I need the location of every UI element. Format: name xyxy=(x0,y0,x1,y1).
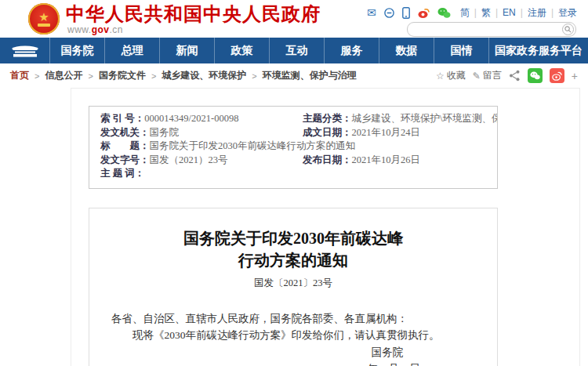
register-link[interactable]: 注册 xyxy=(528,6,546,20)
content-wrapper: 索 引 号：000014349/2021-00098 主题分类：城乡建设、环境保… xyxy=(71,88,580,366)
document-meta-table: 索 引 号：000014349/2021-00098 主题分类：城乡建设、环境保… xyxy=(89,106,498,189)
meta-label: 主 题 词： xyxy=(100,168,144,179)
meta-label: 发文机关： xyxy=(100,127,150,138)
signer: 国务院 xyxy=(111,344,475,361)
login-link[interactable]: 登录 xyxy=(558,6,577,20)
meta-title: 标 题：国务院关于印发2030年前碳达峰行动方案的通知 xyxy=(89,140,497,154)
site-url-prefix: www. xyxy=(67,24,92,35)
breadcrumb-separator: > xyxy=(151,71,156,81)
meta-subject-category: 主题分类：城乡建设、环境保护\环境监测、保护与治理 xyxy=(292,112,497,126)
recipients-line: 各省、自治区、直辖市人民政府，国务院各部委、各直属机构： xyxy=(111,310,475,327)
site-title: 中华人民共和国中央人民政府 xyxy=(66,2,321,27)
favorite-button[interactable]: ☆ 收藏 xyxy=(436,69,466,82)
breadcrumb-row: 首页 > 信息公开 > 国务院文件 > 城乡建设、环境保护 > 环境监测、保护与… xyxy=(0,63,588,88)
meta-publish-date: 发布日期：2021年10月26日 xyxy=(292,154,497,168)
meta-value: 国务院 xyxy=(150,127,180,138)
emblem-gate-icon xyxy=(38,24,50,27)
site-url: www.gov.cn xyxy=(67,24,123,35)
mobile-icon[interactable] xyxy=(402,7,410,19)
breadcrumb-home[interactable]: 首页 xyxy=(10,69,29,82)
more-share-button[interactable]: + xyxy=(572,70,578,82)
breadcrumb-state-council-docs[interactable]: 国务院文件 xyxy=(99,69,146,82)
site-url-gov: gov xyxy=(92,24,110,35)
divider: | xyxy=(551,7,554,18)
emblem-star-icon: ★ xyxy=(38,12,49,23)
document-number: 国发〔2021〕23号 xyxy=(111,277,475,290)
site-header: ★ 中华人民共和国中央人民政府 www.gov.cn ✉ 简|繁|EN|注册|登… xyxy=(0,0,588,38)
pencil-icon: ✎ xyxy=(473,71,481,82)
document-title-line2: 行动方案的通知 xyxy=(111,249,475,271)
search-box xyxy=(407,22,576,37)
body-paragraph: 现将《2030年前碳达峰行动方案》印发给你们，请认真贯彻执行。 xyxy=(111,327,475,343)
nav-item-national-conditions[interactable]: 国情 xyxy=(434,38,488,63)
meta-label: 发文字号： xyxy=(100,154,150,165)
nav-item-interaction[interactable]: 互动 xyxy=(269,38,324,63)
comment-button[interactable]: ✎ 留言 xyxy=(473,69,502,82)
divider: | xyxy=(474,7,477,18)
search-icon xyxy=(564,26,572,33)
divider: | xyxy=(521,7,523,18)
nav-home-gate-icon[interactable] xyxy=(0,38,49,63)
lang-traditional-link[interactable]: 繁 xyxy=(481,6,491,20)
breadcrumb-separator: > xyxy=(252,71,256,81)
nav-item-policy[interactable]: 政策 xyxy=(214,38,269,63)
lang-en-link[interactable]: EN xyxy=(503,7,516,18)
document-title-line1: 国务院关于印发2030年前碳达峰 xyxy=(111,227,475,249)
document-text: 各省、自治区、直辖市人民政府，国务院各部委、各直属机构： 现将《2030年前碳达… xyxy=(111,310,475,366)
lang-simplified-link[interactable]: 简 xyxy=(460,6,470,20)
meta-value: 国务院关于印发2030年前碳达峰行动方案的通知 xyxy=(150,140,356,151)
meta-value: 2021年10月26日 xyxy=(352,154,421,165)
meta-value: 国发（2021）23号 xyxy=(150,154,228,165)
meta-doc-number: 发文字号：国发（2021）23号 xyxy=(89,154,292,168)
breadcrumb: 首页 > 信息公开 > 国务院文件 > 城乡建设、环境保护 > 环境监测、保护与… xyxy=(10,69,357,82)
main-nav: 国务院 总理 新闻 政策 互动 服务 数据 国情 国家政务服务平台 xyxy=(0,38,588,63)
breadcrumb-env-monitoring[interactable]: 环境监测、保护与治理 xyxy=(263,69,357,82)
meta-written-date: 成文日期：2021年10月24日 xyxy=(292,126,497,140)
meta-keywords: 主 题 词： xyxy=(89,167,497,181)
language-account-links: 简|繁|EN|注册|登录 xyxy=(460,6,577,20)
meta-value: 城乡建设、环境保护\环境监测、保护与治理 xyxy=(352,113,498,124)
header-utility-bar: ✉ 简|繁|EN|注册|登录 xyxy=(367,5,577,20)
meta-label: 主题分类： xyxy=(303,113,352,124)
divider: | xyxy=(495,7,498,18)
favorite-label: 收藏 xyxy=(447,69,466,82)
document-content: 国务院关于印发2030年前碳达峰 行动方案的通知 国发〔2021〕23号 各省、… xyxy=(89,208,498,366)
wechat-icon[interactable] xyxy=(437,7,451,19)
breadcrumb-info-disclosure[interactable]: 信息公开 xyxy=(45,69,82,82)
share-icon[interactable] xyxy=(509,70,521,82)
nav-item-data[interactable]: 数据 xyxy=(379,38,434,63)
document-title: 国务院关于印发2030年前碳达峰 行动方案的通知 xyxy=(111,227,475,271)
sign-date: 2021年10月24日 xyxy=(111,361,475,366)
nav-item-gov-service-platform[interactable]: 国家政务服务平台 xyxy=(488,38,588,63)
weibo-share-icon[interactable] xyxy=(550,68,564,83)
breadcrumb-separator: > xyxy=(34,71,39,81)
search-button[interactable] xyxy=(562,24,574,35)
meta-issuing-agency: 发文机关：国务院 xyxy=(89,126,292,140)
assistant-icon[interactable] xyxy=(383,7,395,19)
breadcrumb-urban-env[interactable]: 城乡建设、环境保护 xyxy=(162,69,246,82)
meta-label: 标 题： xyxy=(100,140,150,151)
gov-cn-page: ★ 中华人民共和国中央人民政府 www.gov.cn ✉ 简|繁|EN|注册|登… xyxy=(0,0,588,366)
comment-label: 留言 xyxy=(483,69,502,82)
meta-value: 000014349/2021-00098 xyxy=(144,113,238,124)
meta-index-number: 索 引 号：000014349/2021-00098 xyxy=(89,112,292,126)
nav-item-news[interactable]: 新闻 xyxy=(159,38,214,63)
meta-value: 2021年10月24日 xyxy=(352,127,421,138)
site-url-suffix: .cn xyxy=(110,24,124,35)
meta-label: 成文日期： xyxy=(303,127,352,138)
weibo-icon[interactable] xyxy=(417,7,430,19)
nav-item-state-council[interactable]: 国务院 xyxy=(49,38,104,63)
search-input[interactable] xyxy=(408,24,562,34)
wechat-share-icon[interactable] xyxy=(528,68,543,83)
star-icon: ☆ xyxy=(436,71,445,82)
meta-label: 索 引 号： xyxy=(100,113,144,124)
national-emblem-logo: ★ xyxy=(28,3,60,34)
nav-item-services[interactable]: 服务 xyxy=(324,38,379,63)
meta-label: 发布日期： xyxy=(303,154,352,165)
nav-item-premier[interactable]: 总理 xyxy=(104,38,159,63)
page-tools: ☆ 收藏 ✎ 留言 + xyxy=(436,68,578,83)
mail-icon[interactable]: ✉ xyxy=(367,6,376,19)
breadcrumb-separator: > xyxy=(88,71,93,81)
